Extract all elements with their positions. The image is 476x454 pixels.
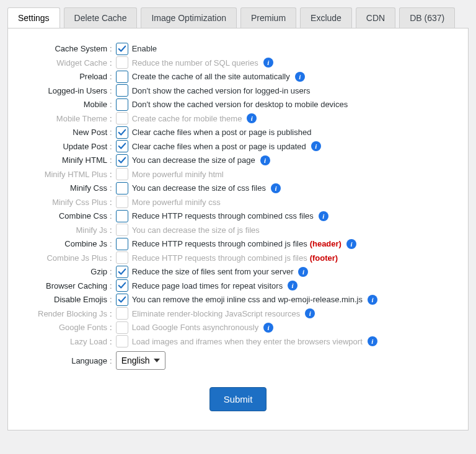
checkbox-cache-system[interactable] <box>116 43 128 55</box>
row-cache-system: Cache System:Enable <box>27 43 449 55</box>
row-update-post: Update Post:Clear cache files when a pos… <box>27 140 449 152</box>
desc-combine-js-plus: Reduce HTTP requests through combined js… <box>132 253 307 263</box>
checkbox-logged-in-users[interactable] <box>116 84 128 97</box>
row-combine-js-plus: Combine Js Plus:Reduce HTTP requests thr… <box>27 251 449 264</box>
checkbox-minify-html-plus <box>116 168 128 180</box>
label-disable-emojis: Disable Emojis <box>27 295 110 304</box>
settings-panel: Cache System:EnableWidget Cache:Reduce t… <box>7 28 469 430</box>
row-mobile-theme: Mobile Theme:Create cache for mobile the… <box>27 112 449 124</box>
row-lazy-load: Lazy Load:Load images and iframes when t… <box>27 335 449 347</box>
extra-combine-js: (header) <box>310 239 342 248</box>
info-icon[interactable]: i <box>247 113 257 123</box>
label-widget-cache: Widget Cache <box>27 58 110 68</box>
desc-render-blocking-js: Eliminate render-blocking JavaScript res… <box>132 309 301 318</box>
checkbox-preload[interactable] <box>116 71 128 83</box>
label-gzip: Gzip <box>27 267 110 276</box>
label-logged-in-users: Logged-in Users <box>27 86 110 95</box>
info-icon[interactable]: i <box>288 281 298 290</box>
info-icon[interactable]: i <box>368 336 377 346</box>
desc-browser-caching: Reduce page load times for repeat visito… <box>132 281 283 290</box>
desc-combine-js: Reduce HTTP requests through combined js… <box>132 239 307 248</box>
tab-bar: SettingsDelete CacheImage OptimizationPr… <box>7 7 469 28</box>
tab-settings[interactable]: Settings <box>7 7 60 28</box>
info-icon[interactable]: i <box>346 239 356 249</box>
row-combine-css: Combine Css:Reduce HTTP requests through… <box>27 210 449 222</box>
label-cache-system: Cache System <box>27 44 110 53</box>
info-icon[interactable]: i <box>311 141 321 151</box>
checkbox-render-blocking-js <box>116 307 128 320</box>
checkbox-combine-css[interactable] <box>116 210 128 222</box>
tab-cdn[interactable]: CDN <box>356 7 395 28</box>
tab-premium[interactable]: Premium <box>240 7 296 28</box>
label-minify-js: Minify Js <box>27 225 110 235</box>
desc-minify-html-plus: More powerful minify html <box>132 170 224 179</box>
checkbox-gzip[interactable] <box>116 266 128 278</box>
info-icon[interactable]: i <box>271 183 281 193</box>
desc-update-post: Clear cache files when a post or page is… <box>132 142 306 151</box>
submit-button[interactable]: Submit <box>209 387 267 411</box>
checkbox-mobile[interactable] <box>116 98 128 111</box>
checkbox-update-post[interactable] <box>116 140 128 152</box>
info-icon[interactable]: i <box>319 211 328 221</box>
row-language: Language : English <box>27 351 449 370</box>
checkbox-minify-css-plus <box>116 196 128 208</box>
desc-minify-css-plus: More powerful minify css <box>132 198 221 207</box>
label-combine-css: Combine Css <box>27 211 110 220</box>
row-mobile: Mobile:Don't show the cached version for… <box>27 98 449 111</box>
tab-delete-cache[interactable]: Delete Cache <box>64 7 138 28</box>
checkbox-combine-js-plus <box>116 251 128 264</box>
row-minify-css-plus: Minify Css Plus:More powerful minify css <box>27 196 449 208</box>
info-icon[interactable]: i <box>263 58 273 68</box>
desc-minify-css: You can decrease the size of css files <box>132 183 266 193</box>
checkbox-lazy-load <box>116 335 128 347</box>
label-language: Language <box>27 356 110 365</box>
info-icon[interactable]: i <box>368 295 377 305</box>
checkbox-combine-js[interactable] <box>116 238 128 250</box>
checkbox-minify-css[interactable] <box>116 182 128 194</box>
desc-gzip: Reduce the size of files sent from your … <box>132 267 294 276</box>
desc-minify-html: You can decrease the size of page <box>132 155 255 165</box>
checkbox-new-post[interactable] <box>116 126 128 139</box>
label-minify-css: Minify Css <box>27 183 110 193</box>
tab-db[interactable]: DB (637) <box>399 7 455 28</box>
row-google-fonts: Google Fonts:Load Google Fonts asynchron… <box>27 321 449 334</box>
desc-google-fonts: Load Google Fonts asynchronously <box>132 323 259 332</box>
row-widget-cache: Widget Cache:Reduce the number of SQL qu… <box>27 56 449 69</box>
label-minify-html: Minify HTML <box>27 155 110 165</box>
submit-row: Submit <box>27 387 449 411</box>
checkbox-mobile-theme <box>116 112 128 124</box>
info-icon[interactable]: i <box>263 323 273 333</box>
row-browser-caching: Browser Caching:Reduce page load times f… <box>27 279 449 292</box>
info-icon[interactable]: i <box>305 308 315 318</box>
label-combine-js: Combine Js <box>27 239 110 248</box>
checkbox-browser-caching[interactable] <box>116 279 128 292</box>
desc-disable-emojis: You can remove the emoji inline css and … <box>132 295 363 304</box>
tab-image-opt[interactable]: Image Optimization <box>141 7 237 28</box>
label-combine-js-plus: Combine Js Plus <box>27 253 110 263</box>
checkbox-disable-emojis[interactable] <box>116 294 128 306</box>
tab-exclude[interactable]: Exclude <box>300 7 352 28</box>
info-icon[interactable]: i <box>260 155 270 165</box>
row-minify-js: Minify Js:You can decrease the size of j… <box>27 224 449 236</box>
row-render-blocking-js: Render Blocking Js:Eliminate render-bloc… <box>27 307 449 320</box>
label-browser-caching: Browser Caching <box>27 281 110 290</box>
info-icon[interactable]: i <box>295 72 305 82</box>
desc-mobile-theme: Create cache for mobile theme <box>132 114 242 123</box>
label-minify-html-plus: Minify HTML Plus <box>27 170 110 179</box>
label-preload: Preload <box>27 72 110 81</box>
desc-lazy-load: Load images and iframes when they enter … <box>132 337 363 346</box>
info-icon[interactable]: i <box>298 267 308 277</box>
desc-preload: Create the cache of all the site automat… <box>132 72 290 81</box>
row-minify-css: Minify Css:You can decrease the size of … <box>27 182 449 194</box>
checkbox-minify-html[interactable] <box>116 154 128 167</box>
language-select[interactable]: English <box>116 351 165 370</box>
row-disable-emojis: Disable Emojis:You can remove the emoji … <box>27 294 449 306</box>
label-google-fonts: Google Fonts <box>27 323 110 332</box>
label-mobile: Mobile <box>27 100 110 109</box>
checkbox-google-fonts <box>116 321 128 334</box>
row-preload: Preload:Create the cache of all the site… <box>27 71 449 83</box>
desc-minify-js: You can decrease the size of js files <box>132 225 260 235</box>
label-mobile-theme: Mobile Theme <box>27 114 110 123</box>
desc-mobile: Don't show the cached version for deskto… <box>132 100 348 109</box>
desc-combine-css: Reduce HTTP requests through combined cs… <box>132 211 314 220</box>
